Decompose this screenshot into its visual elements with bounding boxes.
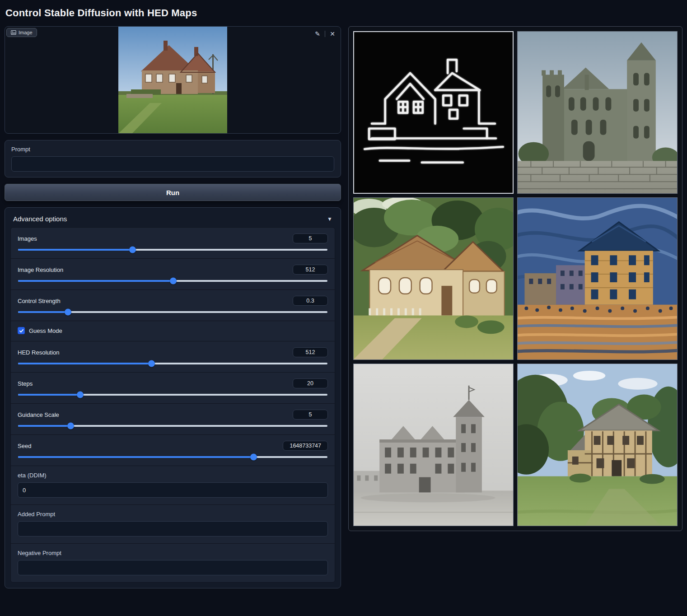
image-label: Image (19, 30, 33, 35)
clear-icon[interactable]: ✕ (327, 28, 338, 39)
eta-row: eta (DDIM) (11, 466, 335, 504)
slider-row-image-resolution: Image Resolution 512 (11, 258, 335, 289)
hed-resolution-slider[interactable] (18, 363, 327, 364)
steps-label: Steps (18, 380, 33, 387)
hed-map-image (354, 32, 513, 193)
guidance-scale-slider-fill (18, 425, 70, 427)
prompt-block: Prompt (5, 140, 341, 177)
image-resolution-slider-handle[interactable] (170, 278, 177, 285)
seed-slider[interactable] (18, 456, 327, 458)
seed-value[interactable]: 1648733747 (283, 441, 328, 451)
added-prompt-input[interactable] (18, 521, 328, 537)
hed-resolution-value[interactable]: 512 (293, 347, 328, 357)
steps-value[interactable]: 20 (293, 378, 328, 388)
advanced-options-accordion: Advanced options ▼ Images 5 (5, 207, 341, 588)
gallery-item-painted-cottage[interactable] (353, 197, 514, 360)
page-title: Control Stable Diffusion with HED Maps (5, 7, 682, 19)
image-tools: ✎ ✕ (312, 28, 338, 39)
guidance-scale-label: Guidance Scale (18, 411, 59, 418)
gallery-item-grayscale-building[interactable] (353, 364, 514, 526)
painted-cottage-image (354, 198, 513, 359)
slider-row-guidance-scale: Guidance Scale 5 (11, 403, 335, 434)
controls-column: Image ✎ ✕ (5, 26, 341, 588)
guess-mode-label: Guess Mode (29, 327, 62, 334)
image-resolution-slider-fill (18, 280, 173, 282)
edit-icon[interactable]: ✎ (312, 28, 323, 39)
guidance-scale-slider[interactable] (18, 425, 327, 427)
advanced-options-header[interactable]: Advanced options ▼ (10, 213, 335, 227)
eta-label: eta (DDIM) (18, 472, 328, 479)
images-label: Images (18, 235, 37, 242)
output-gallery (348, 26, 682, 531)
slider-row-control-strength: Control Strength 0.3 (11, 289, 335, 321)
hed-resolution-label: HED Resolution (18, 349, 60, 356)
images-value[interactable]: 5 (293, 233, 328, 243)
chevron-down-icon[interactable]: ▼ (327, 216, 332, 222)
gallery-item-castle[interactable] (517, 31, 678, 194)
gallery-item-house-lawn[interactable] (517, 364, 678, 526)
added-prompt-label: Added Prompt (18, 511, 328, 518)
guidance-scale-slider-handle[interactable] (67, 423, 74, 429)
main-layout: Image ✎ ✕ (5, 26, 682, 588)
gallery-item-stylized-painting[interactable] (517, 197, 678, 360)
image-resolution-value[interactable]: 512 (293, 265, 328, 275)
negative-prompt-input[interactable] (18, 560, 328, 575)
image-upload-block[interactable]: Image ✎ ✕ (5, 26, 341, 134)
eta-input[interactable] (18, 482, 328, 498)
images-slider-fill (18, 249, 132, 251)
slider-row-hed-resolution: HED Resolution 512 (11, 341, 335, 372)
castle-image (518, 32, 677, 193)
negative-prompt-label: Negative Prompt (18, 550, 328, 556)
slider-row-seed: Seed 1648733747 (11, 434, 335, 466)
control-strength-label: Control Strength (18, 298, 61, 304)
advanced-controls: Images 5 Image Resolution 512 (10, 227, 335, 583)
tool-divider (325, 31, 325, 37)
image-icon (11, 30, 16, 35)
advanced-options-title: Advanced options (13, 215, 67, 223)
steps-slider-fill (18, 394, 80, 396)
control-strength-slider-fill (18, 311, 68, 313)
uploaded-house-photo (118, 27, 227, 133)
control-strength-slider-handle[interactable] (65, 309, 71, 316)
gallery-item-hed-map[interactable] (353, 31, 514, 194)
seed-label: Seed (18, 443, 31, 449)
hed-resolution-slider-handle[interactable] (148, 360, 155, 367)
seed-slider-fill (18, 456, 253, 458)
guidance-scale-value[interactable]: 5 (293, 410, 328, 420)
added-prompt-row: Added Prompt (11, 504, 335, 543)
prompt-label: Prompt (11, 146, 334, 153)
slider-row-steps: Steps 20 (11, 372, 335, 403)
control-strength-value[interactable]: 0.3 (293, 296, 328, 306)
hed-resolution-slider-fill (18, 363, 151, 364)
grayscale-building-image (354, 364, 513, 526)
seed-slider-handle[interactable] (250, 454, 257, 461)
house-lawn-image (518, 364, 677, 526)
prompt-input[interactable] (11, 156, 334, 172)
run-button[interactable]: Run (5, 184, 341, 201)
check-icon (19, 328, 24, 333)
images-slider[interactable] (18, 249, 327, 251)
images-slider-handle[interactable] (129, 247, 136, 253)
image-label-badge: Image (6, 28, 37, 37)
image-resolution-label: Image Resolution (18, 266, 63, 273)
slider-row-images: Images 5 (11, 228, 335, 258)
guess-mode-checkbox[interactable] (18, 327, 25, 334)
control-strength-slider[interactable] (18, 311, 327, 313)
stylized-painting-image (518, 198, 677, 359)
steps-slider-handle[interactable] (77, 392, 84, 398)
steps-slider[interactable] (18, 394, 327, 396)
image-resolution-slider[interactable] (18, 280, 327, 282)
negative-prompt-row: Negative Prompt (11, 543, 335, 582)
guess-mode-row: Guess Mode (11, 321, 335, 341)
